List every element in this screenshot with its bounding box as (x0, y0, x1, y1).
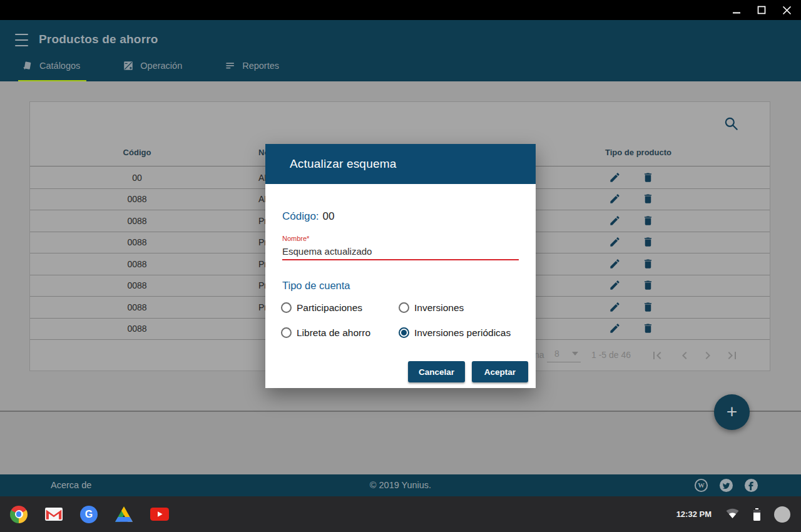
tipo-de-cuenta-label: Tipo de cuenta (282, 280, 350, 292)
nombre-input[interactable] (282, 244, 519, 258)
tab-catálogos[interactable]: Catálogos (21, 56, 84, 81)
wordpress-icon[interactable]: W (694, 478, 708, 493)
delete-icon[interactable] (642, 215, 655, 227)
operation-icon (123, 60, 134, 71)
radio-label: Libreta de ahorro (297, 327, 370, 339)
delete-icon[interactable] (642, 236, 655, 248)
tab-operación[interactable]: Operación (121, 56, 186, 81)
cell-codigo: 0088 (106, 237, 168, 247)
radio-icon (281, 327, 292, 338)
next-page-icon[interactable] (700, 348, 715, 363)
first-page-icon[interactable] (650, 348, 665, 363)
delete-icon[interactable] (642, 193, 655, 205)
previous-page-icon[interactable] (677, 348, 692, 363)
dialog-title: Actualizar esquema (290, 157, 396, 171)
app-header: Productos de ahorro CatálogosOperaciónRe… (0, 20, 801, 81)
google-icon[interactable]: G (80, 506, 98, 523)
cell-codigo: 0088 (106, 302, 168, 312)
tab-bar: CatálogosOperaciónReportes (21, 56, 283, 81)
maximize-icon[interactable] (753, 2, 770, 18)
cell-codigo: 0088 (106, 194, 168, 204)
update-scheme-dialog: Actualizar esquema Código:00 Nombre* Tip… (265, 144, 536, 388)
delete-icon[interactable] (642, 171, 655, 184)
tab-label: Catálogos (39, 61, 80, 71)
window-titlebar (0, 0, 801, 20)
radio-option[interactable]: Libreta de ahorro (281, 323, 399, 342)
radio-option[interactable]: Inversiones (399, 298, 525, 317)
edit-icon[interactable] (609, 193, 621, 205)
youtube-icon[interactable] (150, 508, 169, 521)
page-size-select[interactable]: 8 (547, 345, 581, 362)
page-size-label-fragment: na (534, 350, 544, 360)
radio-option[interactable]: Participaciones (281, 298, 399, 317)
apps-grid-icon[interactable] (186, 507, 202, 522)
delete-icon[interactable] (642, 258, 655, 270)
accept-button[interactable]: Aceptar (472, 361, 528, 382)
drive-icon[interactable] (115, 506, 133, 522)
radio-label: Participaciones (297, 302, 362, 314)
twitter-icon[interactable] (719, 478, 733, 493)
facebook-icon[interactable] (744, 478, 758, 493)
codigo-label: Código: (282, 210, 319, 222)
dialog-header: Actualizar esquema (265, 144, 536, 184)
radio-label: Inversiones periódicas (414, 327, 511, 339)
radio-option[interactable]: Inversiones periódicas (399, 323, 525, 342)
edit-icon[interactable] (609, 215, 621, 227)
close-icon[interactable] (778, 2, 795, 18)
edit-icon[interactable] (609, 279, 621, 292)
edit-icon[interactable] (609, 236, 621, 248)
delete-icon[interactable] (642, 279, 655, 292)
cell-codigo: 00 (106, 173, 168, 183)
delete-icon[interactable] (642, 322, 655, 335)
last-page-icon[interactable] (725, 348, 740, 363)
pagination-range: 1 -5 de 46 (591, 350, 631, 360)
cell-codigo: 0088 (106, 259, 168, 269)
edit-icon[interactable] (609, 322, 621, 335)
add-button[interactable]: + (714, 394, 750, 430)
edit-icon[interactable] (609, 258, 621, 270)
tab-label: Operación (140, 61, 182, 71)
gmail-icon[interactable] (45, 508, 63, 521)
reports-icon (225, 60, 236, 71)
clock[interactable]: 12:32 PM (676, 509, 712, 519)
column-tipo-de-producto: Tipo de producto (576, 148, 701, 157)
page-title: Productos de ahorro (39, 33, 158, 46)
cancel-button[interactable]: Cancelar (408, 361, 465, 382)
radio-icon (399, 327, 409, 338)
radio-icon (399, 302, 409, 313)
codigo-value: 00 (323, 210, 335, 222)
cell-codigo: 0088 (106, 324, 168, 334)
copyright-text: © 2019 Yunius. (0, 480, 801, 490)
chrome-icon[interactable] (10, 506, 28, 523)
column-codigo: Código (106, 148, 168, 157)
codigo-row: Código:00 (282, 210, 335, 223)
svg-text:W: W (698, 482, 705, 489)
battery-icon[interactable] (753, 508, 760, 521)
tab-label: Reportes (242, 61, 279, 71)
tab-reportes[interactable]: Reportes (223, 56, 283, 81)
cell-codigo: 0088 (106, 216, 168, 226)
nombre-input-underline (282, 259, 519, 260)
page-background (0, 412, 801, 474)
account-type-options: ParticipacionesInversionesLibreta de aho… (281, 298, 525, 342)
wifi-icon[interactable] (725, 508, 740, 521)
radio-icon (281, 302, 292, 313)
cell-codigo: 0088 (106, 280, 168, 290)
plus-icon: + (727, 402, 738, 421)
catalogs-icon (22, 60, 33, 71)
radio-label: Inversiones (414, 302, 464, 314)
os-taskbar: G 12:32 PM (0, 496, 801, 532)
menu-icon[interactable] (15, 34, 30, 46)
minimize-icon[interactable] (728, 2, 745, 18)
dropdown-caret-icon (572, 352, 578, 356)
avatar[interactable] (774, 506, 790, 523)
app-footer: Acerca de © 2019 Yunius. W (0, 474, 801, 496)
nombre-label: Nombre* (282, 235, 309, 242)
edit-icon[interactable] (609, 301, 621, 314)
page-size-value: 8 (554, 349, 559, 359)
edit-icon[interactable] (609, 171, 621, 184)
delete-icon[interactable] (642, 301, 655, 314)
